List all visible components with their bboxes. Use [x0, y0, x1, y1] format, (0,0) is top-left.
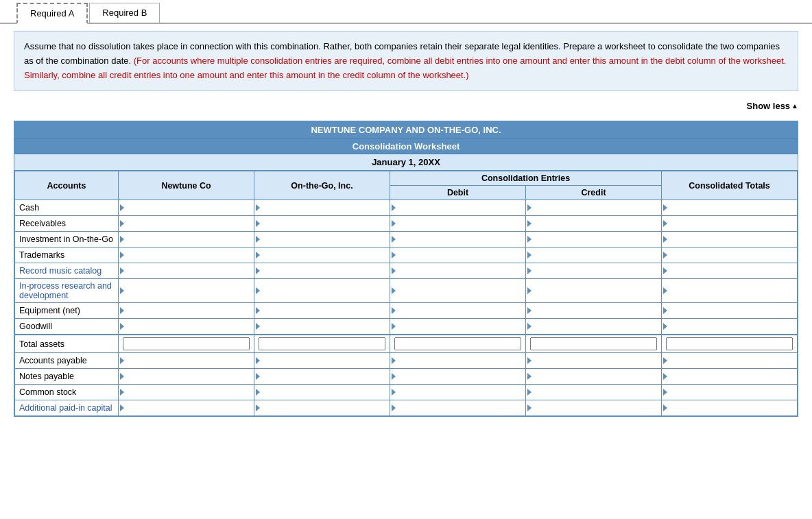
debit-input[interactable] [397, 304, 524, 317]
credit-input[interactable] [533, 201, 660, 215]
newtune-input-cell[interactable] [119, 400, 254, 416]
credit-input[interactable] [533, 264, 660, 278]
credit-input-cell[interactable] [526, 369, 662, 385]
credit-input-cell[interactable] [526, 319, 662, 335]
consolidated-input[interactable] [669, 232, 796, 246]
on-the-go-input-cell[interactable] [254, 248, 390, 263]
debit-input-cell[interactable] [390, 369, 526, 385]
on-the-go-input[interactable] [261, 217, 388, 230]
consolidated-input-cell[interactable] [662, 335, 798, 353]
on-the-go-input-cell[interactable] [254, 369, 390, 385]
consolidated-input-cell[interactable] [662, 200, 798, 216]
newtune-input[interactable] [126, 319, 252, 333]
consolidated-input-cell[interactable] [662, 319, 798, 335]
consolidated-input[interactable] [669, 370, 796, 383]
on-the-go-input[interactable] [259, 337, 385, 350]
debit-input-cell[interactable] [390, 319, 526, 335]
newtune-input[interactable] [126, 284, 252, 298]
credit-input-cell[interactable] [526, 335, 662, 353]
newtune-input[interactable] [126, 248, 252, 262]
debit-input-cell[interactable] [390, 279, 526, 303]
newtune-input-cell[interactable] [119, 303, 254, 319]
credit-input-cell[interactable] [526, 400, 662, 416]
consolidated-input[interactable] [666, 337, 793, 350]
on-the-go-input[interactable] [261, 201, 388, 215]
newtune-input-cell[interactable] [119, 248, 254, 263]
debit-input-cell[interactable] [390, 232, 526, 248]
consolidated-input[interactable] [669, 217, 796, 230]
newtune-input[interactable] [126, 401, 252, 415]
on-the-go-input-cell[interactable] [254, 319, 390, 335]
on-the-go-input-cell[interactable] [254, 200, 390, 216]
credit-input[interactable] [533, 401, 660, 415]
consolidated-input-cell[interactable] [662, 369, 798, 385]
consolidated-input-cell[interactable] [662, 385, 798, 400]
newtune-input-cell[interactable] [119, 263, 254, 279]
credit-input[interactable] [533, 370, 660, 383]
credit-input[interactable] [530, 337, 657, 350]
consolidated-input-cell[interactable] [662, 216, 798, 232]
newtune-input-cell[interactable] [119, 200, 254, 216]
credit-input-cell[interactable] [526, 200, 662, 216]
credit-input[interactable] [533, 248, 660, 262]
newtune-input-cell[interactable] [119, 385, 254, 400]
debit-input[interactable] [397, 201, 524, 215]
newtune-input[interactable] [126, 232, 252, 246]
on-the-go-input-cell[interactable] [254, 279, 390, 303]
on-the-go-input-cell[interactable] [254, 263, 390, 279]
debit-input-cell[interactable] [390, 303, 526, 319]
consolidated-input-cell[interactable] [662, 232, 798, 248]
newtune-input[interactable] [123, 337, 250, 350]
on-the-go-input[interactable] [261, 248, 388, 262]
on-the-go-input[interactable] [261, 264, 388, 278]
consolidated-input-cell[interactable] [662, 263, 798, 279]
debit-input-cell[interactable] [390, 385, 526, 400]
newtune-input[interactable] [126, 385, 252, 399]
consolidated-input-cell[interactable] [662, 279, 798, 303]
debit-input-cell[interactable] [390, 248, 526, 263]
on-the-go-input[interactable] [261, 284, 388, 298]
on-the-go-input-cell[interactable] [254, 335, 390, 353]
credit-input[interactable] [533, 284, 660, 298]
on-the-go-input[interactable] [261, 401, 388, 415]
on-the-go-input[interactable] [261, 370, 388, 383]
credit-input-cell[interactable] [526, 263, 662, 279]
newtune-input-cell[interactable] [119, 369, 254, 385]
debit-input[interactable] [397, 284, 524, 298]
newtune-input[interactable] [126, 304, 252, 317]
newtune-input-cell[interactable] [119, 319, 254, 335]
on-the-go-input[interactable] [261, 319, 388, 333]
newtune-input[interactable] [126, 217, 252, 230]
consolidated-input[interactable] [669, 304, 796, 317]
on-the-go-input-cell[interactable] [254, 400, 390, 416]
consolidated-input[interactable] [669, 319, 796, 333]
credit-input[interactable] [533, 385, 660, 399]
newtune-input[interactable] [126, 201, 252, 215]
credit-input[interactable] [533, 319, 660, 333]
on-the-go-input[interactable] [261, 304, 388, 317]
credit-input-cell[interactable] [526, 248, 662, 263]
credit-input-cell[interactable] [526, 279, 662, 303]
debit-input[interactable] [397, 401, 524, 415]
newtune-input-cell[interactable] [119, 353, 254, 369]
debit-input[interactable] [397, 385, 524, 399]
debit-input-cell[interactable] [390, 263, 526, 279]
debit-input-cell[interactable] [390, 335, 526, 353]
newtune-input[interactable] [126, 370, 252, 383]
newtune-input[interactable] [126, 264, 252, 278]
on-the-go-input-cell[interactable] [254, 216, 390, 232]
consolidated-input[interactable] [669, 264, 796, 278]
debit-input-cell[interactable] [390, 400, 526, 416]
tab-required-b[interactable]: Required B [89, 3, 160, 23]
consolidated-input[interactable] [669, 284, 796, 298]
newtune-input-cell[interactable] [119, 279, 254, 303]
consolidated-input[interactable] [669, 401, 796, 415]
debit-input[interactable] [397, 248, 524, 262]
credit-input[interactable] [533, 354, 660, 367]
on-the-go-input-cell[interactable] [254, 385, 390, 400]
show-less-button[interactable]: Show less [747, 101, 798, 111]
credit-input-cell[interactable] [526, 353, 662, 369]
credit-input[interactable] [533, 232, 660, 246]
newtune-input[interactable] [126, 354, 252, 367]
debit-input[interactable] [397, 217, 524, 230]
